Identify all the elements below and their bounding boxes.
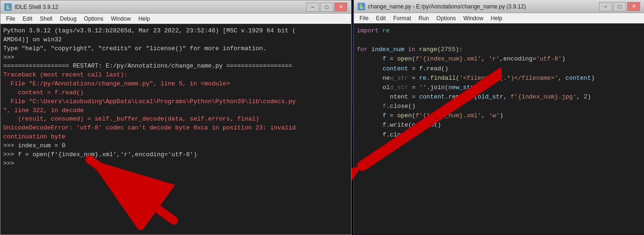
editor-title-left: 🐍 change_name.py - E:/py/Annotations/cha… — [358, 3, 526, 10]
editor-close-button[interactable]: ✕ — [627, 2, 640, 11]
right-panel: 🐍 change_name.py - E:/py/Annotations/cha… — [352, 0, 644, 235]
shell-traceback: Traceback (most recent call last): File … — [3, 71, 296, 140]
menu-file[interactable]: File — [2, 15, 19, 23]
code-line-f-open2: f = open(f'{index_num}.xml', 'w') — [357, 111, 644, 121]
code-line-f-write: f.write(content) — [357, 121, 644, 130]
menu-edit[interactable]: Edit — [19, 15, 36, 23]
editor-menu-window[interactable]: Window — [459, 14, 487, 23]
code-line-for: for index_num in range(2755): — [357, 45, 644, 54]
editor-menu-file[interactable]: File — [356, 14, 372, 23]
code-line-import: import re — [357, 26, 644, 36]
editor-title-bar: 🐍 change_name.py - E:/py/Annotations/cha… — [354, 0, 644, 13]
title-bar-buttons: − □ ✕ — [306, 2, 347, 12]
editor-menu-run[interactable]: Run — [415, 14, 433, 23]
menu-shell[interactable]: Shell — [36, 15, 56, 23]
minimize-button[interactable]: − — [306, 2, 319, 12]
editor-title-text: change_name.py - E:/py/Annotations/chang… — [368, 3, 526, 10]
editor-title-buttons: − □ ✕ — [599, 2, 640, 11]
title-bar-left: 🐍 IDLE Shell 3.9.12 — [4, 3, 58, 11]
editor-icon: 🐍 — [358, 3, 365, 10]
code-line-f-close1: f.close() — [357, 102, 644, 111]
code-line-blank — [357, 36, 644, 45]
shell-menu-bar: File Edit Shell Debug Options Window Hel… — [0, 14, 351, 24]
code-line-content: content = f.read() — [357, 64, 644, 74]
editor-menu-bar: File Edit Format Run Options Window Help — [354, 13, 644, 23]
maximize-button[interactable]: □ — [320, 2, 333, 12]
menu-debug[interactable]: Debug — [56, 15, 80, 23]
editor-menu-help[interactable]: Help — [487, 14, 506, 23]
shell-line-index: >>> index_num = 0 >>> f = open(f'{index_… — [3, 142, 197, 167]
idle-icon: 🐍 — [4, 3, 12, 11]
close-button[interactable]: ✕ — [334, 2, 347, 12]
shell-content-area[interactable]: Python 3.9.12 (tags/v3.9.12:b28265d, Mar… — [0, 24, 351, 235]
red-arrow-shell — [38, 136, 188, 230]
code-line-new-str: new_str = re.findall('<filename>(.*)</fi… — [357, 74, 644, 83]
editor-menu-edit[interactable]: Edit — [372, 14, 389, 23]
editor-menu-format[interactable]: Format — [389, 14, 415, 23]
editor-minimize-button[interactable]: − — [599, 2, 612, 11]
shell-line-restart: ================== RESTART: E:/py/Annota… — [3, 62, 292, 69]
menu-help[interactable]: Help — [135, 15, 154, 23]
code-editor-window: 🐍 change_name.py - E:/py/Annotations/cha… — [353, 0, 644, 235]
code-line-old-str: old_str = ''.join(new_str) — [357, 83, 644, 92]
editor-menu-options[interactable]: Options — [433, 14, 459, 23]
code-line-f-open: f = open(f'{index_num}.xml', 'r',encodin… — [357, 54, 644, 64]
editor-content-area[interactable]: import re for index_num in range(2755): … — [354, 23, 644, 235]
editor-maximize-button[interactable]: □ — [613, 2, 626, 11]
code-line-f-close2: f.close() — [357, 130, 644, 140]
menu-options[interactable]: Options — [80, 15, 107, 23]
menu-window[interactable]: Window — [107, 15, 135, 23]
shell-title-bar: 🐍 IDLE Shell 3.9.12 − □ ✕ — [0, 0, 351, 14]
shell-window: 🐍 IDLE Shell 3.9.12 − □ ✕ File Edit Shel… — [0, 0, 352, 235]
shell-line-python-version: Python 3.9.12 (tags/v3.9.12:b28265d, Mar… — [3, 27, 296, 61]
code-line-content2: ntent = content.replace(old_str, f'{inde… — [357, 92, 644, 102]
shell-title-text: IDLE Shell 3.9.12 — [15, 4, 58, 10]
